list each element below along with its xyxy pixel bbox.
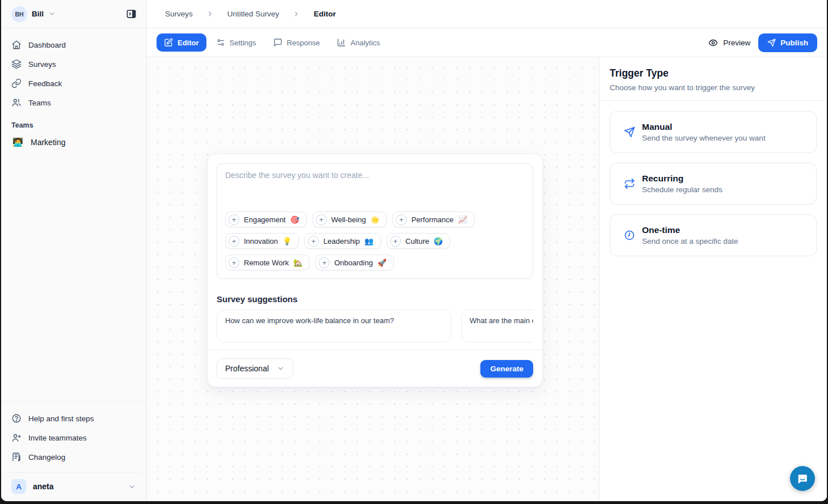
sidebar-item-feedback[interactable]: Feedback — [7, 74, 141, 93]
topic-chips: + Engagement 🎯 + Well-being 🌟 + — [225, 211, 525, 270]
send-icon — [767, 39, 776, 47]
topic-chip-innovation[interactable]: + Innovation 💡 — [225, 233, 299, 249]
trigger-option-manual[interactable]: Manual Send the survey whenever you want — [610, 111, 817, 153]
topic-chip-remote-work[interactable]: + Remote Work 🏡 — [225, 255, 310, 270]
bar-chart-icon — [337, 38, 346, 47]
sidebar-nav: Dashboard Surveys Feedback Teams — [1, 28, 146, 112]
tab-editor[interactable]: Editor — [157, 33, 206, 52]
tab-label: Editor — [178, 39, 199, 47]
option-title: One-time — [642, 225, 738, 235]
chip-label: Performance — [411, 215, 453, 224]
breadcrumb-untitled-survey[interactable]: Untitled Survey — [227, 10, 280, 18]
help-circle-icon — [11, 413, 22, 423]
chevron-right-icon — [293, 10, 300, 18]
survey-description-input[interactable] — [225, 171, 525, 206]
user-plus-icon — [11, 433, 22, 443]
sidebar-item-invite[interactable]: Invite teammates — [7, 428, 141, 447]
sidebar-item-teams[interactable]: Teams — [7, 93, 141, 112]
publish-label: Publish — [780, 39, 808, 47]
generate-button[interactable]: Generate — [480, 360, 533, 378]
sidebar-item-label: Help and first steps — [28, 414, 94, 423]
breadcrumb-surveys[interactable]: Surveys — [165, 10, 193, 18]
tone-select[interactable]: Professional — [217, 358, 293, 379]
trigger-option-one-time[interactable]: One-time Send once at a specific date — [610, 214, 817, 256]
chip-label: Engagement — [244, 215, 286, 224]
option-title: Recurring — [642, 173, 723, 184]
trigger-options: Manual Send the survey whenever you want… — [599, 101, 827, 276]
layers-icon — [11, 59, 22, 69]
sidebar-item-surveys[interactable]: Surveys — [7, 54, 141, 74]
chevron-down-icon — [48, 10, 56, 18]
workspace-avatar: BH — [11, 6, 27, 22]
chat-smile-icon — [796, 472, 809, 485]
chip-label: Culture — [405, 237, 429, 245]
user-menu[interactable]: A aneta — [7, 472, 141, 501]
sidebar-header: BH Bill — [1, 0, 146, 28]
clock-icon — [624, 230, 635, 241]
topic-chip-performance[interactable]: + Performance 📈 — [392, 211, 475, 227]
plus-icon: + — [396, 214, 407, 225]
send-icon — [624, 126, 635, 138]
chevron-down-icon — [277, 365, 285, 372]
chat-bubble-icon — [273, 38, 282, 47]
chevron-down-icon — [128, 482, 136, 491]
suggestions-row: How can we improve work-life balance in … — [217, 310, 533, 342]
topic-chip-onboarding[interactable]: + Onboarding 🚀 — [315, 255, 394, 270]
chip-label: Well-being — [331, 215, 366, 224]
suggestion-card[interactable]: What are the main ob — [461, 310, 533, 342]
collapse-sidebar-button[interactable] — [122, 6, 140, 23]
tab-analytics[interactable]: Analytics — [329, 33, 387, 52]
survey-composer-card: + Engagement 🎯 + Well-being 🌟 + — [207, 154, 543, 387]
tab-settings[interactable]: Settings — [209, 33, 264, 52]
chevron-right-icon — [206, 10, 214, 18]
topic-chip-well-being[interactable]: + Well-being 🌟 — [312, 211, 387, 227]
topic-chip-engagement[interactable]: + Engagement 🎯 — [225, 211, 307, 227]
teams-section-label: Teams — [11, 121, 136, 129]
suggestion-card[interactable]: How can we improve work-life balance in … — [217, 310, 451, 342]
sidebar-item-help[interactable]: Help and first steps — [7, 409, 141, 428]
chart-emoji-icon: 📈 — [458, 215, 467, 224]
option-description: Send the survey whenever you want — [642, 134, 766, 142]
trigger-option-recurring[interactable]: Recurring Schedule regular sends — [610, 163, 817, 205]
chat-launcher-button[interactable] — [790, 466, 815, 491]
breadcrumb: Surveys Untitled Survey Editor — [147, 0, 827, 28]
chip-label: Innovation — [244, 237, 278, 245]
tab-response[interactable]: Response — [266, 33, 328, 52]
sidebar-item-label: Dashboard — [28, 41, 66, 49]
trigger-type-panel: Trigger Type Choose how you want to trig… — [599, 58, 827, 501]
topic-chip-leadership[interactable]: + Leadership 👥 — [305, 233, 381, 249]
publish-button[interactable]: Publish — [758, 33, 817, 52]
option-description: Send once at a specific date — [642, 237, 738, 245]
sidebar-item-dashboard[interactable]: Dashboard — [7, 35, 141, 54]
sidebar-team-marketing[interactable]: 🧑‍💻 Marketing — [7, 133, 141, 152]
plus-icon: + — [316, 214, 327, 225]
globe-emoji-icon: 🌍 — [434, 237, 443, 245]
house-emoji-icon: 🏡 — [293, 259, 302, 267]
people-emoji-icon: 👥 — [365, 237, 374, 245]
trigger-option-text: Recurring Schedule regular sends — [642, 173, 723, 194]
preview-button[interactable]: Preview — [708, 38, 750, 48]
composer-footer: Professional Generate — [208, 350, 542, 387]
option-description: Schedule regular sends — [642, 185, 723, 194]
users-icon — [11, 98, 22, 108]
workspace-switcher[interactable]: BH Bill — [11, 6, 56, 22]
chip-label: Onboarding — [334, 259, 373, 267]
sidebar-item-label: Invite teammates — [28, 434, 87, 442]
changelog-icon — [11, 452, 22, 462]
editor-canvas[interactable]: + Engagement 🎯 + Well-being 🌟 + — [147, 58, 599, 501]
sidebar-item-label: Changelog — [28, 453, 65, 461]
content-area: + Engagement 🎯 + Well-being 🌟 + — [147, 58, 827, 501]
team-emoji-icon: 🧑‍💻 — [12, 137, 23, 147]
suggestions-title: Survey suggestions — [217, 294, 533, 304]
home-icon — [11, 40, 22, 50]
main-area: Surveys Untitled Survey Editor Editor — [147, 0, 827, 501]
trigger-panel-header: Trigger Type Choose how you want to trig… — [599, 58, 827, 101]
preview-label: Preview — [723, 39, 750, 47]
topic-chip-culture[interactable]: + Culture 🌍 — [387, 233, 450, 249]
eye-icon — [708, 38, 718, 48]
plus-icon: + — [319, 257, 329, 268]
dart-emoji-icon: 🎯 — [290, 215, 299, 224]
sidebar-item-changelog[interactable]: Changelog — [7, 447, 141, 467]
sidebar-item-label: Teams — [28, 99, 51, 107]
workspace-name: Bill — [32, 10, 44, 18]
